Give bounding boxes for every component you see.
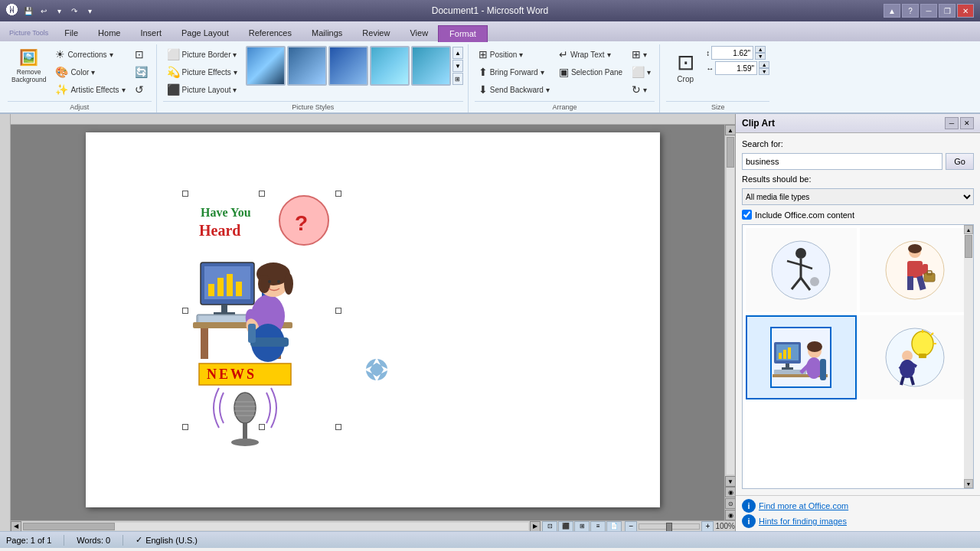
- restore-button[interactable]: ❐: [939, 4, 956, 18]
- ribbon-collapse-button[interactable]: ▲: [884, 4, 900, 18]
- tab-home[interactable]: Home: [88, 24, 130, 41]
- zoom-in-button[interactable]: +: [701, 521, 714, 532]
- next-page-button[interactable]: ◉: [725, 510, 735, 520]
- width-input[interactable]: [715, 61, 757, 75]
- zoom-slider[interactable]: [639, 523, 700, 530]
- wrap-text-button[interactable]: ↵ Wrap Text ▾: [555, 46, 626, 63]
- redo-button[interactable]: ↷: [67, 4, 81, 18]
- picture-border-button[interactable]: ⬜ Picture Border ▾: [163, 46, 241, 63]
- handle-bottom-left[interactable]: [182, 424, 188, 430]
- corrections-button[interactable]: ☀ Corrections ▾: [51, 46, 129, 63]
- style-item-5[interactable]: [411, 46, 451, 86]
- clip-item-2[interactable]: [860, 228, 971, 312]
- save-button[interactable]: 💾: [21, 4, 35, 18]
- handle-mid-right[interactable]: [335, 308, 341, 314]
- undo-button[interactable]: ↩: [37, 4, 51, 18]
- hints-link[interactable]: i Hints for finding images: [742, 514, 974, 528]
- handle-mid-left[interactable]: [182, 308, 188, 314]
- remove-background-button[interactable]: 🖼️ RemoveBackground: [8, 46, 50, 86]
- results-scroll-thumb[interactable]: [965, 235, 972, 258]
- tab-mailings[interactable]: Mailings: [302, 24, 352, 41]
- tab-file[interactable]: File: [54, 24, 88, 41]
- close-button[interactable]: ✕: [957, 4, 974, 18]
- scroll-down-button[interactable]: ▼: [725, 476, 735, 487]
- tab-page-layout[interactable]: Page Layout: [172, 24, 239, 41]
- search-input[interactable]: [742, 153, 942, 170]
- tab-insert[interactable]: Insert: [130, 24, 172, 41]
- go-button[interactable]: Go: [946, 153, 974, 170]
- include-checkbox[interactable]: [742, 210, 752, 220]
- web-layout-button[interactable]: ⊞: [574, 521, 590, 532]
- handle-bottom-mid[interactable]: [259, 424, 265, 430]
- undo-dropdown[interactable]: ▾: [52, 4, 66, 18]
- minimize-button[interactable]: ─: [920, 4, 937, 18]
- clip-item-4[interactable]: [860, 315, 971, 399]
- zoom-out-button[interactable]: −: [625, 521, 637, 532]
- gallery-up-button[interactable]: ▲: [452, 47, 463, 59]
- color-button[interactable]: 🎨 Color ▾: [51, 64, 129, 80]
- more-qa-button[interactable]: ▾: [83, 4, 96, 18]
- tab-references[interactable]: References: [239, 24, 302, 41]
- handle-top-right[interactable]: [335, 191, 341, 197]
- v-scroll-thumb[interactable]: [727, 137, 734, 168]
- height-up-button[interactable]: ▲: [755, 46, 766, 53]
- picture-effects-button[interactable]: 💫 Picture Effects ▾: [163, 64, 241, 80]
- zoom-thumb[interactable]: [666, 523, 672, 532]
- picture-layout-button[interactable]: ⬛ Picture Layout ▾: [163, 81, 241, 98]
- tab-format[interactable]: Format: [438, 25, 488, 42]
- panel-minimize-button[interactable]: ─: [945, 117, 959, 129]
- send-backward-button[interactable]: ⬇ Send Backward ▾: [475, 81, 554, 98]
- gallery-down-button[interactable]: ▼: [452, 60, 463, 72]
- results-scroll-track[interactable]: [964, 234, 973, 479]
- style-item-4[interactable]: [370, 46, 410, 86]
- style-item-3[interactable]: [328, 46, 368, 86]
- results-select[interactable]: All media file types: [742, 188, 974, 205]
- browse-object-button[interactable]: ⊙: [725, 498, 735, 509]
- handle-top-mid[interactable]: [259, 191, 265, 197]
- height-spinner: ▲ ▼: [755, 46, 766, 60]
- gallery-more-button[interactable]: ⊞: [452, 73, 463, 85]
- full-screen-button[interactable]: ⬛: [558, 521, 573, 532]
- help-button[interactable]: ?: [902, 4, 919, 18]
- results-scroll-up[interactable]: ▲: [964, 225, 973, 234]
- artistic-effects-button[interactable]: ✨ Artistic Effects ▾: [51, 81, 129, 98]
- crop-button[interactable]: ⊡ Crop: [666, 46, 704, 87]
- print-layout-button[interactable]: ⊡: [542, 521, 557, 532]
- compress-pictures-button[interactable]: ⊡: [131, 46, 152, 63]
- reset-picture-button[interactable]: ↺: [131, 81, 152, 98]
- outline-view-button[interactable]: ≡: [590, 521, 606, 532]
- h-scroll-track[interactable]: [23, 523, 528, 530]
- clip-item-1[interactable]: [746, 228, 857, 312]
- height-input[interactable]: [711, 46, 753, 60]
- clip-art-header: Clip Art ─ ✕: [736, 114, 980, 133]
- change-picture-button[interactable]: 🔄: [131, 64, 152, 80]
- draft-view-button[interactable]: 📄: [606, 521, 622, 532]
- bring-forward-button[interactable]: ⬆ Bring Forward ▾: [475, 64, 554, 80]
- position-button[interactable]: ⊞ Position ▾: [475, 46, 554, 63]
- height-down-button[interactable]: ▼: [755, 53, 766, 60]
- group-button[interactable]: ⬜ ▾: [628, 64, 655, 80]
- scroll-up-button[interactable]: ▲: [725, 125, 735, 135]
- tab-view[interactable]: View: [400, 24, 438, 41]
- panel-close-button[interactable]: ✕: [960, 117, 974, 129]
- style-item-1[interactable]: [246, 46, 286, 86]
- h-scroll-thumb[interactable]: [23, 523, 115, 530]
- width-down-button[interactable]: ▼: [759, 68, 769, 75]
- align-button[interactable]: ⊞ ▾: [628, 46, 655, 63]
- selected-image-wrapper[interactable]: Have You Heard ?: [185, 194, 338, 427]
- selection-pane-button[interactable]: ▣ Selection Pane: [555, 64, 626, 80]
- prev-page-button[interactable]: ◉: [725, 487, 735, 497]
- tab-review[interactable]: Review: [352, 24, 400, 41]
- style-item-2[interactable]: [287, 46, 327, 86]
- scroll-right-button[interactable]: ▶: [530, 521, 541, 532]
- scroll-left-button[interactable]: ◀: [11, 521, 21, 532]
- find-more-link[interactable]: i Find more at Office.com: [742, 499, 974, 513]
- width-up-button[interactable]: ▲: [759, 61, 769, 68]
- handle-top-left[interactable]: [182, 191, 188, 197]
- results-scroll-down[interactable]: ▼: [964, 479, 973, 488]
- clip-item-3[interactable]: [746, 315, 857, 399]
- document-area[interactable]: Have You Heard ?: [11, 114, 735, 531]
- rotate-button[interactable]: ↻ ▾: [628, 81, 655, 98]
- handle-bottom-right[interactable]: [335, 424, 341, 430]
- v-scroll-track[interactable]: [727, 137, 734, 474]
